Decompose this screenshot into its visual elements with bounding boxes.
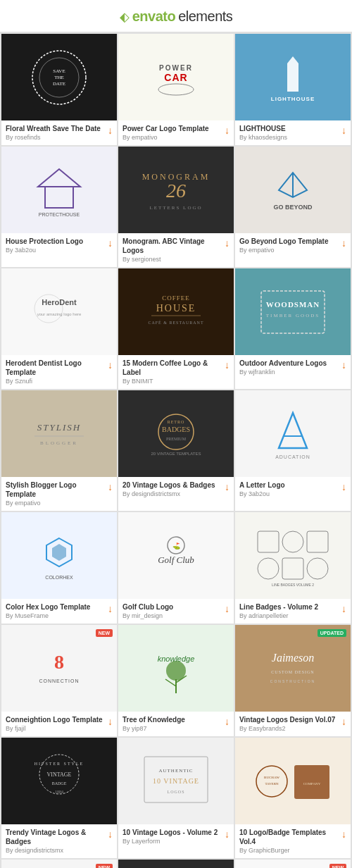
card-golfclub[interactable]: ⛳Golf ClubGolf Club LogoBy mir_design↓ [118,512,234,624]
card-image-woodsman: WOODSMANTIMBER GOODS [235,268,351,355]
download-button[interactable]: ↓ [225,237,230,249]
card-author: By MuseFrame [6,612,105,619]
svg-text:10 VINTAGE: 10 VINTAGE [153,777,199,785]
svg-text:LIGHTHOUSE: LIGHTHOUSE [271,96,315,102]
card-colorhex[interactable]: COLORHEXColor Hex Logo TemplateBy MuseFr… [1,512,117,624]
download-button[interactable]: ↓ [225,359,230,371]
badge-updated: UPDATED [318,629,346,637]
card-grim[interactable]: 🦇GrimNEWGrim LogoBy fjajil↓ [235,860,351,868]
card-info-golfclub: Golf Club LogoBy mir_design↓ [118,599,234,624]
download-button[interactable]: ↓ [225,716,230,727]
download-button[interactable]: ↓ [341,125,346,136]
card-author: By yip87 [122,725,222,732]
card-coffeehouse[interactable]: COFFEEHOUSECAFÉ & RESTAURANT15 Modern Co… [118,268,234,389]
svg-text:HIPSTER STYLE: HIPSTER STYLE [34,762,84,766]
card-text-colorhex: Color Hex Logo TemplateBy MuseFrame [6,602,105,619]
svg-rect-52 [307,558,328,579]
card-image-mora: 🍕MORAMORA LOGO TEMPLATENEW [1,860,117,868]
card-woodsman[interactable]: WOODSMANTIMBER GOODSOutdoor Adventure Lo… [235,268,351,389]
svg-rect-49 [307,531,328,552]
card-image-10vintage2: AUTHENTIC10 VINTAGELOGOS [118,738,234,824]
card-floral-wreath[interactable]: SAVETHEDATEFloral Wreath Save The DateBy… [1,34,117,145]
card-info-powercar: Power Car Logo TemplateBy empativo↓ [118,120,234,145]
card-text-woodsman: Outdoor Adventure LogosBy wjfranklin [239,359,339,376]
card-author: By designdistrictsmx [6,847,105,854]
card-image-lighthouse: LIGHTHOUSE [235,34,351,120]
card-text-knowledge: Tree of KnowledgeBy yip87 [122,715,222,732]
card-powercar[interactable]: POWERCARPower Car Logo TemplateBy empati… [118,34,234,145]
svg-text:STYLISH: STYLISH [37,422,81,433]
download-button[interactable]: ↓ [341,359,346,371]
card-lighthouse[interactable]: LIGHTHOUSELIGHTHOUSEBy khaosdesigns↓ [235,34,351,145]
svg-text:1884: 1884 [55,790,63,794]
site-logo[interactable]: ⬖ envato elements [120,8,233,25]
card-mora[interactable]: 🍕MORAMORA LOGO TEMPLATENEWMora Logo Temp… [1,860,117,868]
card-aletter[interactable]: ADUCATIONA Letter LogoBy 3ab2ou↓ [235,390,351,511]
card-trendy[interactable]: HIPSTER STYLEVINTAGEBADGE1884Trendy Vint… [1,738,117,858]
card-linebadges[interactable]: LINE BADGES VOLUME 2Line Badges - Volume… [235,512,351,624]
card-author: By empativo [239,247,339,254]
card-image-knowledge: knowledge [118,625,234,712]
card-author: By empativo [6,500,105,507]
download-button[interactable]: ↓ [108,716,113,727]
card-info-stylish: Stylish Blogger Logo TemplateBy empativo… [1,477,117,511]
card-gobeyond[interactable]: GO BEYONDGo Beyond Logo TemplateBy empat… [235,147,351,267]
card-text-linebadges: Line Badges - Volume 2By adrianpelletier [239,602,339,619]
card-text-gobeyond: Go Beyond Logo TemplateBy empativo [239,237,339,254]
card-vintagelogos7[interactable]: JaimesonCUSTOM DESIGNCONSTRUCTIONUPDATED… [235,625,351,736]
card-title: 10 Vintage Logos - Volume 2 [122,828,222,837]
download-button[interactable]: ↓ [225,603,230,614]
badge-new: NEW [96,864,113,868]
badge-new: NEW [329,864,346,868]
card-monogram[interactable]: MONOGRAM26LETTERS LOGOMonogram. ABC Vint… [118,147,234,267]
card-text-10vintage2: 10 Vintage Logos - Volume 2By Layerform [122,828,222,845]
card-info-coffeehouse: 15 Modern Coffee Logo & LabelBy BNIMIT↓ [118,355,234,389]
elements-text: elements [178,8,232,25]
download-button[interactable]: ↓ [341,829,346,840]
download-button[interactable]: ↓ [341,603,346,614]
svg-text:knowledge: knowledge [158,655,195,663]
download-button[interactable]: ↓ [108,829,113,840]
card-knowledge[interactable]: knowledgeTree of KnowledgeBy yip87↓ [118,625,234,736]
download-button[interactable]: ↓ [341,716,346,727]
card-10logo4[interactable]: BUCHAWTAVERNCOMPANY10 Logo/Badge Templat… [235,738,351,858]
svg-text:Golf Club: Golf Club [158,554,194,565]
download-button[interactable]: ↓ [108,125,113,136]
card-houseprot[interactable]: PROTECTHOUSEHouse Protection LogoBy 3ab2… [1,147,117,267]
card-author: By khaosdesigns [239,134,339,141]
card-stylish[interactable]: STYLISHBLOGGERStylish Blogger Logo Templ… [1,390,117,511]
download-button[interactable]: ↓ [341,237,346,249]
download-button[interactable]: ↓ [341,481,346,492]
download-button[interactable]: ↓ [108,359,113,371]
download-button[interactable]: ↓ [225,481,230,492]
card-title: Vintage Logos Design Vol.07 [239,715,339,724]
card-author: By rosefinds [6,134,105,141]
download-button[interactable]: ↓ [108,481,113,492]
card-vintagex[interactable]: ✕ ✕ ✕ ✕✕ ✕ ✕ ✕✕ ✕ ✕ ✕VINTAGE & LOGOSVint… [118,860,234,868]
card-text-10logo4: 10 Logo/Badge Templates Vol.4By GraphicB… [239,828,339,854]
download-button[interactable]: ↓ [225,125,230,136]
svg-text:TIMBER GOODS: TIMBER GOODS [266,313,320,318]
card-text-monogram: Monogram. ABC Vintage LogosBy sergionest [122,237,222,263]
download-button[interactable]: ↓ [225,829,230,840]
svg-text:LETTERS LOGO: LETTERS LOGO [149,205,202,211]
svg-text:CUSTOM DESIGN: CUSTOM DESIGN [271,670,314,674]
card-title: House Protection Logo [6,237,105,246]
card-conneightion[interactable]: 8CONNECTIONNEWConneightion Logo Template… [1,625,117,736]
card-vintagebadges[interactable]: RETROBADGESPREMIUM20 VINTAGE TEMPLATES20… [118,390,234,511]
svg-text:CONNECTION: CONNECTION [39,678,79,683]
svg-point-73 [256,766,287,797]
card-10vintage2[interactable]: AUTHENTIC10 VINTAGELOGOS10 Vintage Logos… [118,738,234,858]
svg-text:⛳: ⛳ [172,542,181,550]
svg-text:TAVERN: TAVERN [265,782,279,786]
svg-text:POWER: POWER [159,64,193,72]
download-button[interactable]: ↓ [108,603,113,614]
card-herodent[interactable]: HeroDentyour amazing logo hereHerodent D… [1,268,117,389]
card-text-trendy: Trendy Vintage Logos & BadgesBy designdi… [6,828,105,854]
card-title: 10 Logo/Badge Templates Vol.4 [239,828,339,846]
card-image-stylish: STYLISHBLOGGER [1,390,117,477]
card-info-lighthouse: LIGHTHOUSEBy khaosdesigns↓ [235,120,351,145]
card-text-conneightion: Conneightion Logo TemplateBy fjajil [6,715,105,732]
download-button[interactable]: ↓ [108,237,113,249]
svg-text:LOGOS: LOGOS [167,790,184,794]
